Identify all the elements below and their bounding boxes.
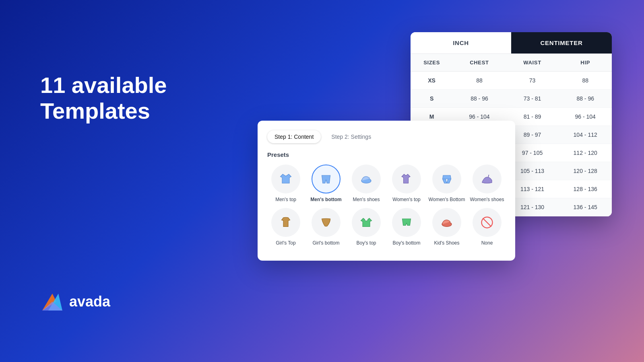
preset-icon-kids-shoes (432, 208, 461, 237)
unit-toggle: INCH CENTIMETER (411, 32, 612, 54)
table-row: S88 - 9673 - 8188 - 96 (411, 90, 612, 108)
preset-item-mens-shoes[interactable]: Men's shoes (348, 165, 385, 203)
cell-hip: 104 - 112 (559, 126, 612, 144)
avada-logo-icon (40, 290, 64, 314)
preset-item-mens-top[interactable]: Men's top (267, 165, 304, 203)
cell-chest: 88 (453, 72, 506, 90)
preset-icon-mens-top (271, 165, 300, 193)
preset-grid-row2: Girl's TopGirl's bottomBoy's topBoy's bo… (267, 208, 506, 247)
step2-btn[interactable]: Step 2: Settings (324, 130, 378, 143)
logo-text: avada (69, 293, 110, 310)
preset-label-mens-shoes: Men's shoes (353, 197, 380, 203)
logo-section: avada (40, 290, 110, 314)
preset-icon-womens-top (392, 165, 421, 193)
preset-icon-womens-shoes (473, 165, 502, 193)
cell-waist: 73 (506, 72, 559, 90)
preset-item-womens-shoes[interactable]: Women's shoes (469, 165, 506, 203)
cell-waist: 73 - 81 (506, 90, 559, 108)
preset-item-boys-top[interactable]: Boy's top (348, 208, 385, 247)
preset-item-womens-bottom[interactable]: Women's Bottom (428, 165, 465, 203)
cell-size: S (411, 90, 453, 108)
preset-icon-boys-bottom (392, 208, 421, 237)
cell-hip: 96 - 104 (559, 108, 612, 126)
preset-icon-womens-bottom (432, 165, 461, 193)
col-chest: CHEST (453, 54, 506, 72)
unit-inch-btn[interactable]: INCH (411, 32, 511, 53)
cell-hip: 136 - 145 (559, 198, 612, 216)
preset-item-girls-bottom[interactable]: Girl's bottom (308, 208, 345, 247)
cell-size: XS (411, 72, 453, 90)
preset-icon-boys-top (352, 208, 381, 237)
preset-label-girls-top: Girl's Top (276, 240, 295, 247)
hero-line2: Templates (40, 98, 150, 123)
preset-label-none: None (481, 240, 493, 247)
col-sizes: SIZES (411, 54, 453, 72)
preset-label-womens-shoes: Women's shoes (470, 197, 504, 203)
preset-grid-row1: Men's topMen's bottomMen's shoesWomen's … (267, 165, 506, 203)
preset-item-kids-shoes[interactable]: Kid's Shoes (428, 208, 465, 247)
hero-title: 11 available Templates (40, 72, 167, 124)
cell-hip: 112 - 120 (559, 144, 612, 162)
preset-item-womens-top[interactable]: Women's top (388, 165, 425, 203)
cell-hip: 120 - 128 (559, 162, 612, 180)
preset-icon-none (473, 208, 502, 237)
preset-item-mens-bottom[interactable]: Men's bottom (308, 165, 345, 203)
preset-item-girls-top[interactable]: Girl's Top (267, 208, 304, 247)
svg-line-7 (483, 218, 491, 226)
cell-hip: 88 - 96 (559, 90, 612, 108)
preset-label-womens-bottom: Women's Bottom (429, 197, 465, 203)
preset-label-kids-shoes: Kid's Shoes (434, 240, 460, 247)
cell-hip: 88 (559, 72, 612, 90)
preset-label-womens-top: Women's top (392, 197, 420, 203)
svg-line-4 (488, 175, 489, 177)
col-waist: WAIST (506, 54, 559, 72)
preset-label-mens-top: Men's top (275, 197, 296, 203)
preset-icon-mens-bottom (312, 165, 341, 193)
preset-label-mens-bottom: Men's bottom (310, 197, 342, 203)
preset-item-none[interactable]: None (469, 208, 506, 247)
preset-icon-girls-bottom (312, 208, 341, 237)
steps-nav: Step 1: Content Step 2: Settings (267, 130, 506, 143)
preset-item-boys-bottom[interactable]: Boy's bottom (388, 208, 425, 247)
step1-btn[interactable]: Step 1: Content (267, 130, 321, 143)
col-hip: HIP (559, 54, 612, 72)
preset-icon-mens-shoes (352, 165, 381, 193)
unit-cm-btn[interactable]: CENTIMETER (511, 32, 612, 53)
preset-icon-girls-top (271, 208, 300, 237)
preset-label-boys-top: Boy's top (357, 240, 376, 247)
presets-label: Presets (267, 151, 506, 158)
table-row: XS887388 (411, 72, 612, 90)
hero-section: 11 available Templates (40, 72, 167, 132)
cell-hip: 128 - 136 (559, 180, 612, 198)
cell-chest: 88 - 96 (453, 90, 506, 108)
hero-line1: 11 available (40, 72, 167, 98)
preset-label-boys-bottom: Boy's bottom (393, 240, 421, 247)
presets-panel: Step 1: Content Step 2: Settings Presets… (258, 121, 515, 261)
preset-label-girls-bottom: Girl's bottom (313, 240, 340, 247)
